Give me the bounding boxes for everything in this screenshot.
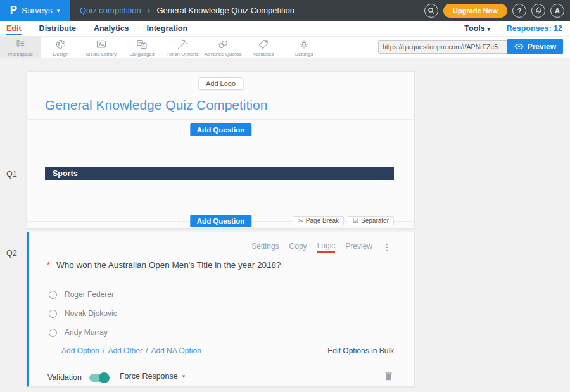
separator-label: Separator [361, 217, 389, 224]
notifications-button[interactable] [531, 4, 545, 18]
validation-label: Validation [48, 373, 82, 382]
bell-icon [535, 6, 543, 15]
question-settings-link[interactable]: Settings [251, 242, 279, 252]
header-actions: Upgrade Now ? A [424, 4, 564, 18]
responses-count[interactable]: Responses: 12 [507, 24, 562, 33]
scissors-icon: ✂ [298, 217, 303, 224]
survey-header-card: Add Logo General Knowledge Quiz Competit… [27, 71, 415, 229]
product-menu-label: Surveys [22, 6, 53, 15]
question-number-q2: Q2 [6, 249, 17, 258]
nav-tabs: Edit Distribute Analytics Integration [6, 22, 187, 35]
kebab-menu-icon[interactable]: ⋮ [383, 242, 391, 252]
survey-url-value: https://qa.questionpro.com/t/APNrFZe5 [379, 43, 504, 51]
divider [29, 364, 414, 364]
toolbar-label: Languages [129, 51, 155, 57]
delete-question-button[interactable] [384, 371, 393, 383]
add-option-link[interactable]: Add Option [61, 346, 99, 355]
eye-icon [514, 43, 524, 50]
question-mark-icon: ? [517, 7, 522, 15]
question-logic-link[interactable]: Logic [317, 241, 336, 253]
app-window: P Surveys ▾ Quiz competition › General K… [0, 0, 570, 392]
toolbar-item-settings[interactable]: Settings [284, 37, 324, 58]
answer-option-row[interactable]: Novak Djokovic [49, 309, 117, 318]
checkbox-checked-icon: ☑ [353, 217, 358, 224]
radio-button-icon[interactable] [49, 310, 57, 318]
chevron-down-icon: ▾ [182, 373, 186, 379]
question-number-q1: Q1 [6, 170, 17, 179]
preview-button[interactable]: Preview [507, 39, 563, 54]
avatar-initial: A [555, 7, 560, 15]
languages-icon: A [136, 39, 148, 50]
main-nav: Edit Distribute Analytics Integration To… [0, 21, 570, 37]
toolbar-item-design[interactable]: Design [41, 37, 81, 58]
survey-title[interactable]: General Knowledge Quiz Competition [45, 98, 267, 113]
question-text-underline [58, 275, 394, 275]
upgrade-now-button[interactable]: Upgrade Now [443, 4, 507, 18]
option-label[interactable]: Novak Djokovic [65, 309, 117, 318]
radio-button-icon[interactable] [49, 291, 57, 299]
preview-label: Preview [528, 42, 556, 51]
toolbar-label: Variables [253, 51, 274, 57]
link-separator: / [103, 346, 104, 355]
search-button[interactable] [424, 4, 438, 18]
divider [27, 119, 414, 120]
add-question-button-bottom[interactable]: Add Question [190, 215, 251, 227]
add-logo-button[interactable]: Add Logo [198, 77, 243, 90]
edit-options-in-bulk-link[interactable]: Edit Options in Bulk [327, 346, 394, 355]
toolbar-label: Finish Options [166, 51, 198, 57]
advance-quotas-icon [217, 39, 229, 50]
toolbar-label: Advance Quotas [204, 51, 241, 57]
question-preview-link[interactable]: Preview [345, 242, 372, 252]
media-library-icon [95, 39, 108, 50]
answer-option-row[interactable]: Andy Murray [49, 328, 108, 337]
toolbar-label: Media Library [86, 51, 117, 57]
tab-edit[interactable]: Edit [6, 22, 22, 35]
option-label[interactable]: Roger Federer [65, 290, 114, 299]
breadcrumb: Quiz competition › General Knowledge Qui… [80, 6, 294, 16]
page-break-label: Page Break [306, 217, 339, 224]
radio-button-icon[interactable] [49, 329, 57, 337]
top-header: P Surveys ▾ Quiz competition › General K… [0, 0, 570, 21]
add-question-button-top[interactable]: Add Question [190, 123, 251, 136]
question-copy-link[interactable]: Copy [289, 242, 307, 252]
validation-type-dropdown[interactable]: Force Response ▾ [120, 372, 185, 383]
surveys-menu[interactable]: P Surveys ▾ [0, 0, 70, 21]
tools-dropdown[interactable]: Tools ▾ [464, 24, 490, 33]
finish-options-icon [176, 39, 189, 50]
question-text[interactable]: Who won the Australian Open Men's Title … [56, 260, 281, 270]
toolbar-label: Settings [295, 51, 314, 57]
answer-option-row[interactable]: Roger Federer [49, 290, 114, 299]
link-separator: / [146, 346, 148, 355]
breadcrumb-separator-icon: › [148, 6, 151, 16]
tab-distribute[interactable]: Distribute [39, 22, 76, 35]
option-label[interactable]: Andy Murray [65, 328, 108, 337]
toolbar-item-languages[interactable]: A Languages [122, 37, 162, 58]
toolbar-item-media-library[interactable]: Media Library [81, 37, 122, 58]
q1-section-header[interactable]: Sports [45, 167, 394, 180]
breadcrumb-parent[interactable]: Quiz competition [80, 6, 141, 15]
help-button[interactable]: ? [512, 4, 526, 18]
page-break-button[interactable]: ✂ Page Break [293, 216, 344, 225]
required-asterisk: * [47, 260, 50, 270]
tab-integration[interactable]: Integration [147, 22, 188, 35]
question-menu: Settings Copy Logic Preview ⋮ [251, 241, 391, 253]
add-na-option-link[interactable]: Add NA Option [151, 346, 201, 355]
toolbar-item-variables[interactable]: Variables [243, 37, 284, 58]
questionpro-logo-icon: P [10, 4, 17, 17]
tab-analytics[interactable]: Analytics [94, 22, 129, 35]
avatar[interactable]: A [550, 4, 564, 18]
toolbar-item-finish-options[interactable]: Finish Options [162, 37, 203, 58]
survey-url-field[interactable]: https://qa.questionpro.com/t/APNrFZe5 ✎ [378, 40, 520, 54]
question-text-row: * Who won the Australian Open Men's Titl… [47, 260, 281, 270]
settings-icon [298, 39, 310, 50]
break-controls: ✂ Page Break ☑ Separator [293, 216, 394, 225]
validation-type-value: Force Response [120, 372, 178, 381]
toolbar-item-advance-quotas[interactable]: Advance Quotas [203, 37, 243, 58]
toolbar-item-workspace[interactable]: Workspace [0, 37, 41, 58]
toolbar-label: Workspace [8, 51, 33, 57]
validation-toggle[interactable] [89, 374, 108, 382]
separator-button[interactable]: ☑ Separator [348, 216, 394, 225]
add-other-link[interactable]: Add Other [108, 346, 142, 355]
chevron-down-icon: ▾ [57, 8, 60, 14]
nav-right: Tools ▾ Responses: 12 [464, 24, 562, 33]
